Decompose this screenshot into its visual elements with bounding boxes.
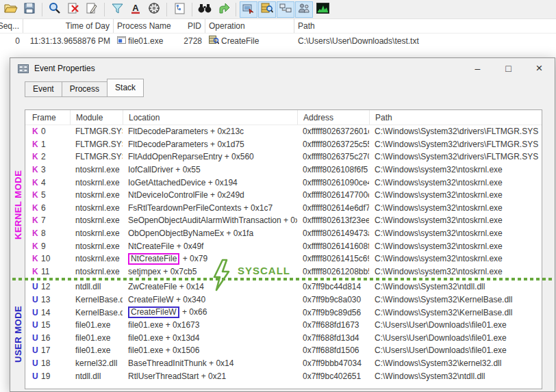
path-cell: C:\Users\User\Downloads\file01.exe [369, 320, 542, 330]
stack-frame-row[interactable]: U14 KernelBase.dll CreateFileW + 0x66 0x… [25, 306, 542, 319]
highlight-button[interactable]: A [127, 1, 144, 18]
stack-frame-row[interactable]: U17 file01.exe file01.exe + 0x1506 0x7ff… [25, 344, 542, 357]
address-cell: 0xfffff80261090ce4 [297, 178, 369, 187]
svg-text:A: A [132, 3, 139, 13]
frame-number: 7 [41, 215, 46, 225]
event-seq: 0 [0, 34, 23, 48]
frame-number: 19 [41, 371, 50, 381]
path-cell: C:\Windows\system32\ntoskrnl.exe [369, 267, 542, 276]
module-cell: ntdll.dll [70, 371, 123, 381]
stack-frame-row[interactable]: U16 file01.exe file01.exe + 0x13d4 0x7ff… [25, 332, 542, 345]
toolbar-separator [192, 3, 192, 16]
show-process-tree-button[interactable] [170, 1, 188, 18]
stack-header-location[interactable]: Location [123, 110, 297, 125]
stack-frame-row[interactable]: K2 FLTMGR.SYS FltAddOpenReparseEntry + 0… [25, 151, 542, 164]
stack-header-address[interactable]: Address [297, 110, 369, 125]
autoscroll-button[interactable] [83, 1, 101, 18]
path-cell: C:\Windows\system32\ntoskrnl.exe [369, 241, 542, 251]
stack-frame-row[interactable]: K10 ntoskrnl.exe NtCreateFile + 0x79 0xf… [25, 252, 542, 265]
tab-event[interactable]: Event [25, 81, 62, 97]
process-tree-icon [175, 3, 185, 16]
location-cell: CreateFileW + 0x340 [123, 295, 297, 304]
stack-frame-row[interactable]: K6 ntoskrnl.exe FsRtlTeardownPerFileCont… [25, 202, 542, 215]
path-cell: C:\Windows\System32\KernelBase.dll [369, 295, 542, 304]
find-button[interactable] [196, 1, 214, 18]
column-header-process[interactable]: Process Name [114, 19, 173, 33]
stack-header-frame[interactable]: Frame [25, 110, 70, 125]
location-cell: RtlUserThreadStart + 0x21 [123, 371, 297, 381]
dialog-titlebar[interactable]: Event Properties – □ × [10, 58, 555, 79]
stack-frame-row[interactable]: K7 ntoskrnl.exe SeOpenObjectAuditAlarmWi… [25, 214, 542, 227]
event-row[interactable]: 0 11:31:13.9658876 PM file01.exe 2728 Cr… [0, 34, 556, 48]
show-process-thread-activity-toggle[interactable] [295, 1, 313, 18]
tab-stack[interactable]: Stack [107, 79, 144, 97]
mode-letter: K [32, 228, 41, 238]
show-file-system-activity-toggle[interactable] [258, 1, 276, 18]
stack-frame-row[interactable]: U12 ntdll.dll ZwCreateFile + 0x14 0x7ff9… [25, 280, 542, 293]
column-header-seq[interactable]: Seq... [0, 19, 23, 33]
path-cell: C:\Windows\System32\KernelBase.dll [369, 308, 542, 317]
stack-frame-row[interactable]: K1 FLTMGR.SYS FltDecodeParameters + 0x1d… [25, 138, 542, 151]
funnel-icon [112, 3, 123, 16]
jump-to-button[interactable] [214, 1, 232, 18]
profiling-chart-icon [316, 3, 329, 16]
close-button[interactable]: × [524, 58, 555, 79]
clear-display-button[interactable] [64, 1, 82, 18]
address-cell: 0x7ff688fd1673 [297, 320, 369, 330]
stack-frame-row[interactable]: K4 ntoskrnl.exe IoGetAttachedDevice + 0x… [25, 176, 542, 189]
letter-a-underline-icon: A [130, 3, 141, 16]
module-cell: ntoskrnl.exe [70, 165, 123, 174]
capture-button[interactable] [46, 1, 64, 18]
module-cell: file01.exe [70, 345, 123, 355]
path-cell: C:\Windows\system32\ntoskrnl.exe [369, 228, 542, 238]
stack-frame-row[interactable]: K9 ntoskrnl.exe NtCreateFile + 0x49f 0xf… [25, 239, 542, 252]
column-header-pid[interactable]: PID [173, 19, 205, 33]
frame-number: 14 [41, 308, 50, 317]
show-profiling-events-toggle[interactable] [314, 1, 331, 18]
stack-frame-row[interactable]: U15 file01.exe file01.exe + 0x1673 0x7ff… [25, 319, 542, 332]
event-operation-name: CreateFile [221, 36, 259, 46]
path-cell: C:\Windows\system32\ntoskrnl.exe [369, 215, 542, 225]
open-button[interactable] [2, 1, 20, 18]
save-button[interactable] [21, 1, 38, 18]
stack-frame-row[interactable]: U19 ntdll.dll RtlUserThreadStart + 0x21 … [25, 369, 542, 382]
page-pencil-icon [86, 3, 97, 16]
stack-table-body: K0 FLTMGR.SYS FltDecodeParameters + 0x21… [25, 125, 542, 389]
stack-frame-row[interactable]: U13 KernelBase.dll CreateFileW + 0x340 0… [25, 293, 542, 306]
tab-process[interactable]: Process [62, 81, 107, 97]
createfile-operation-icon [209, 36, 219, 47]
stack-header-module[interactable]: Module [70, 110, 123, 125]
kernel-mode-label: KERNEL MODE [13, 157, 25, 252]
path-cell: C:\Windows\System32\kernel32.dll [369, 358, 542, 368]
toolbar-separator [42, 3, 42, 16]
path-cell: C:\Windows\system32\ntoskrnl.exe [369, 190, 542, 200]
module-cell: file01.exe [70, 320, 123, 330]
include-process-from-window-button[interactable] [145, 1, 163, 18]
stack-frame-row[interactable]: K0 FLTMGR.SYS FltDecodeParameters + 0x21… [25, 125, 542, 138]
toolbar-separator [104, 3, 105, 16]
people-icon [298, 3, 310, 16]
location-cell: NtCreateFile + 0x49f [123, 241, 297, 251]
address-cell: 0xfffff8026147700d [297, 190, 369, 200]
frame-number: 17 [41, 345, 50, 355]
stack-frame-row[interactable]: K5 ntoskrnl.exe NtDeviceIoControlFile + … [25, 189, 542, 202]
path-cell: C:\Windows\system32\ntoskrnl.exe [369, 254, 542, 263]
minimize-button[interactable]: – [462, 58, 493, 79]
syscall-divider-line [12, 278, 553, 280]
event-process-name: file01.exe [128, 36, 163, 46]
location-cell: CreateFileW + 0x66 [123, 306, 297, 318]
column-header-operation[interactable]: Operation [205, 19, 294, 33]
column-header-time[interactable]: Time of Day [23, 19, 114, 33]
stack-frame-row[interactable]: K8 ntoskrnl.exe ObOpenObjectByNameEx + 0… [25, 227, 542, 240]
stack-frame-row[interactable]: K3 ntoskrnl.exe IofCallDriver + 0x55 0xf… [25, 164, 542, 177]
mode-letter: U [32, 358, 41, 368]
maximize-button[interactable]: □ [493, 58, 524, 79]
column-header-path[interactable]: Path [294, 19, 556, 33]
stack-frame-row[interactable]: U18 kernel32.dll BaseThreadInitThunk + 0… [25, 357, 542, 370]
show-network-activity-toggle[interactable] [277, 1, 294, 18]
stack-header-path[interactable]: Path [369, 110, 542, 125]
binoculars-icon [198, 3, 212, 16]
path-cell: C:\Users\User\Downloads\file01.exe [369, 333, 542, 343]
filter-button[interactable] [108, 1, 126, 18]
show-registry-activity-toggle[interactable] [240, 1, 257, 18]
